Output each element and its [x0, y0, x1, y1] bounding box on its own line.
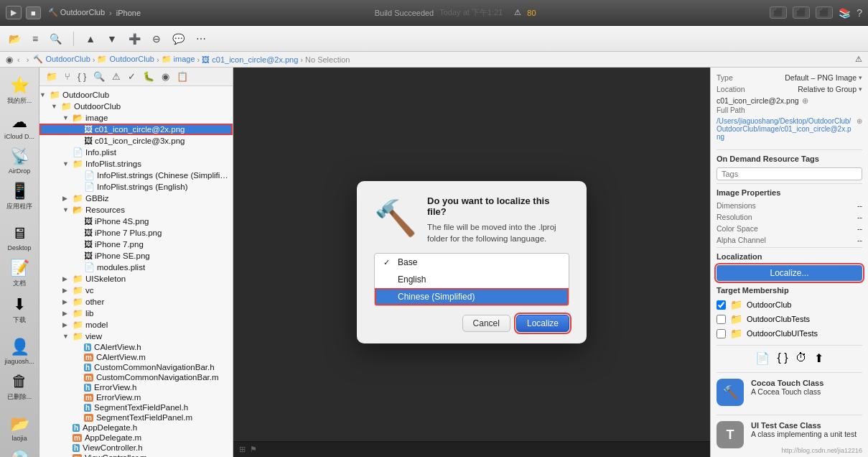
- tree-item-vc[interactable]: ▶📁vc: [39, 285, 233, 296]
- toggle-navigator-btn[interactable]: ⬛: [770, 6, 787, 19]
- sidebar-item-user[interactable]: 👤 jiaguosh...: [1, 335, 38, 368]
- tags-input[interactable]: [717, 167, 862, 180]
- tree-item-calertview-m[interactable]: mCAlertView.m: [39, 352, 233, 362]
- tree-item-viewcontroller-m[interactable]: mViewController.m: [39, 453, 233, 457]
- tree-item-segmentpanel-m[interactable]: mSegmentTextFieldPanel.m: [39, 412, 233, 423]
- tree-item-infoplist-en[interactable]: 📄InfoPlist.strings (English): [39, 181, 233, 193]
- tree-item-outdoorclub-sub[interactable]: ▼📁OutdoorClub: [39, 101, 233, 112]
- subtract-icon[interactable]: ⊖: [149, 32, 164, 46]
- nav-folder-btn[interactable]: 📁: [44, 70, 60, 83]
- file-icon-btn[interactable]: 📄: [755, 351, 770, 365]
- tree-item-infoplist-strings[interactable]: ▼📁InfoPlist.strings: [39, 158, 233, 170]
- sidebar-item-desktop[interactable]: 🖥 Desktop: [1, 221, 38, 254]
- sidebar-item-laojia[interactable]: 📂 laojia: [1, 412, 38, 445]
- file-name-row: c01_icon_circle@2x.png ⊕: [717, 96, 862, 105]
- nav-search-btn[interactable]: 🔍: [91, 70, 107, 83]
- breadcrumb-item-2[interactable]: 📁 OutdoorClub: [97, 55, 154, 64]
- sidebar-item-apps[interactable]: 📱 应用程序: [1, 179, 38, 214]
- nav-warn-btn[interactable]: ⚠: [110, 70, 123, 83]
- annotation-icon[interactable]: 💬: [169, 32, 187, 46]
- play-button[interactable]: ▶: [6, 6, 22, 19]
- language-item-chinese[interactable]: Chinese (Simplified): [375, 288, 569, 305]
- breadcrumb-item-1[interactable]: 🔨 OutdoorClub: [33, 55, 90, 64]
- path-chevron-r[interactable]: ›: [27, 55, 29, 64]
- sidebar-item-myfiles[interactable]: ⭐ 我的所...: [1, 73, 38, 109]
- tree-item-iphone7plus[interactable]: 🖼iPhone 7 Plus.png: [39, 227, 233, 239]
- sidebar-item-docs[interactable]: 📝 文档: [1, 256, 38, 291]
- tree-item-segmentpanel-h[interactable]: hSegmentTextFieldPanel.h: [39, 402, 233, 412]
- breadcrumb-item-4[interactable]: 🖼 c01_icon_circle@2x.png: [202, 55, 298, 64]
- tree-item-info-plist[interactable]: 📄Info.plist: [39, 147, 233, 158]
- language-item-english[interactable]: English: [375, 271, 569, 288]
- build-status: Build Succeeded: [375, 9, 434, 17]
- toggle-debug-btn[interactable]: ⬛: [793, 6, 810, 19]
- tree-item-outdoorclub-root[interactable]: ▼📁OutdoorClub: [39, 89, 233, 101]
- tree-item-lib[interactable]: ▶📁lib: [39, 308, 233, 319]
- stop-button[interactable]: ■: [26, 6, 41, 19]
- tree-item-customnav-m[interactable]: mCustomCommonNavigationBar.m: [39, 372, 233, 382]
- help-icon[interactable]: ?: [857, 7, 862, 19]
- status-area: Build Succeeded Today at 下午1:21 ⚠ 80: [145, 7, 765, 18]
- tree-item-view[interactable]: ▼📁view: [39, 331, 233, 342]
- localize-button[interactable]: Localize: [516, 315, 569, 332]
- nav-git-btn[interactable]: ⑂: [62, 70, 73, 83]
- tree-item-model[interactable]: ▶📁model: [39, 319, 233, 331]
- nav-debug-btn[interactable]: 🐛: [141, 70, 157, 83]
- tree-item-customnav-h[interactable]: hCustomCommonNavigationBar.h: [39, 362, 233, 372]
- tree-item-resources[interactable]: ▼📂Resources: [39, 204, 233, 216]
- nav-test-btn[interactable]: ✓: [126, 70, 138, 83]
- localize-inspector-button[interactable]: Localize...: [717, 265, 862, 281]
- tree-item-c01-3x[interactable]: 🖼c01_icon_circle@3x.png: [39, 135, 233, 147]
- tree-item-modules[interactable]: 📄modules.plist: [39, 262, 233, 273]
- tree-item-gbbiz[interactable]: ▶📁GBBiz: [39, 193, 233, 204]
- tree-item-iphonese[interactable]: 🖼iPhone SE.png: [39, 250, 233, 262]
- tree-item-iphone4s[interactable]: 🖼iPhone 4S.png: [39, 216, 233, 227]
- target-checkbox-2[interactable]: [717, 315, 726, 324]
- nav-report-btn[interactable]: 📋: [174, 70, 190, 83]
- full-path-icon[interactable]: ⊕: [857, 117, 862, 125]
- share-icon-btn[interactable]: ⬆: [814, 351, 823, 365]
- tree-item-appdelegate-m[interactable]: mAppDelegate.m: [39, 433, 233, 443]
- sidebar-item-icloud[interactable]: ☁ iCloud D...: [1, 110, 38, 143]
- target-checkbox-1[interactable]: [717, 300, 726, 310]
- nav-symbol-btn[interactable]: { }: [75, 70, 88, 83]
- up-arrow-icon[interactable]: ▲: [83, 32, 98, 46]
- tree-item-iphone7[interactable]: 🖼iPhone 7.png: [39, 239, 233, 250]
- tree-item-c01-2x[interactable]: 🖼c01_icon_circle@2x.png: [39, 124, 233, 135]
- type-dropdown-arrow[interactable]: ▾: [859, 74, 862, 81]
- nav-break-btn[interactable]: ◉: [159, 70, 172, 83]
- sidebar-item-trash[interactable]: 🗑 已删除...: [1, 369, 38, 405]
- location-dropdown-arrow[interactable]: ▾: [859, 86, 862, 93]
- cancel-button[interactable]: Cancel: [462, 315, 510, 332]
- code-icon-btn[interactable]: { }: [777, 351, 788, 365]
- tree-item-image-folder[interactable]: ▼📂image: [39, 112, 233, 124]
- folder-icon[interactable]: 📂: [6, 32, 24, 46]
- list-icon[interactable]: ≡: [29, 32, 41, 46]
- search-icon[interactable]: 🔍: [47, 32, 65, 46]
- tree-item-uiskeleton[interactable]: ▶📁UISkeleton: [39, 273, 233, 285]
- tree-item-calertview-h[interactable]: hCAlertView.h: [39, 342, 233, 352]
- tree-label-other: other: [85, 297, 104, 306]
- tree-item-viewcontroller-h[interactable]: hViewController.h: [39, 443, 233, 453]
- down-arrow-icon[interactable]: ▼: [104, 32, 120, 46]
- tree-item-errorview-h[interactable]: hErrorView.h: [39, 382, 233, 392]
- tree-item-other[interactable]: ▶📁other: [39, 296, 233, 308]
- add-icon[interactable]: ➕: [126, 32, 144, 46]
- target-checkbox-3[interactable]: [717, 329, 726, 338]
- tree-item-infoplist-cn[interactable]: 📄InfoPlist.strings (Chinese (Simplified)…: [39, 170, 233, 181]
- library-icon[interactable]: 📚: [839, 7, 851, 19]
- breadcrumb-item-3[interactable]: 📁 image: [162, 55, 195, 64]
- laojia-icon: 📂: [10, 415, 29, 433]
- toggle-inspector-btn[interactable]: ⬛: [816, 6, 833, 19]
- history-icon-btn[interactable]: ⏱: [795, 351, 807, 365]
- sidebar-item-remote[interactable]: 💿 远程光盘: [1, 446, 38, 457]
- sidebar-item-airdrop[interactable]: 📡 AirDrop: [1, 144, 38, 177]
- language-item-base[interactable]: ✓ Base: [375, 254, 569, 271]
- tree-item-errorview-m[interactable]: mErrorView.m: [39, 392, 233, 402]
- tree-item-appdelegate-h[interactable]: hAppDelegate.h: [39, 423, 233, 433]
- alpha-channel-label: Alpha Channel: [717, 236, 766, 244]
- more-icon[interactable]: ⋯: [193, 32, 209, 46]
- sidebar-item-downloads[interactable]: ⬇ 下载: [1, 292, 38, 328]
- file-location-icon[interactable]: ⊕: [802, 96, 808, 105]
- path-chevron-l[interactable]: ‹: [17, 55, 20, 64]
